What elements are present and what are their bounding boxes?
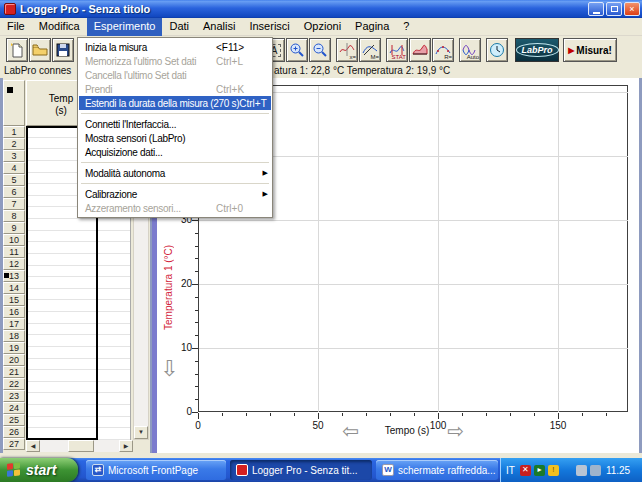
y-axis-tick xyxy=(195,233,198,234)
table-row-number[interactable]: 4 xyxy=(3,162,25,174)
table-row-number[interactable]: 17 xyxy=(3,318,25,330)
table-horizontal-scrollbar[interactable]: ◀ ▶ xyxy=(26,440,133,452)
table-corner-cell[interactable] xyxy=(3,80,25,126)
scrollbar-thumb[interactable] xyxy=(68,440,94,452)
table-row-number[interactable]: 10 xyxy=(3,234,25,246)
menu-item[interactable]: Estendi la durata della misura (270 s)Ct… xyxy=(79,96,271,110)
start-button[interactable]: start xyxy=(0,458,78,482)
menu-esperimento[interactable]: Esperimento xyxy=(87,18,163,36)
scroll-left-button[interactable]: ◀ xyxy=(26,440,40,452)
update-shield-icon[interactable]: ! xyxy=(548,465,559,476)
examine-button[interactable]: x= xyxy=(336,38,358,62)
table-row-number[interactable]: 20 xyxy=(3,354,25,366)
table-row-number[interactable]: 9 xyxy=(3,222,25,234)
task-microsoft-frontpage[interactable]: ⇄ Microsoft FrontPage xyxy=(86,460,226,480)
table-row-number[interactable]: 14 xyxy=(3,282,25,294)
table-row-number[interactable]: 27 xyxy=(3,438,25,450)
menu-item: Memorizza l'ultimo Set datiCtrl+L xyxy=(79,54,271,68)
x-axis-tick xyxy=(414,413,415,416)
labpro-button[interactable]: LabPro xyxy=(515,38,559,62)
menu-item[interactable]: Acquisizione dati... xyxy=(79,145,271,159)
menu-modifica[interactable]: Modifica xyxy=(32,18,87,36)
menu-item[interactable]: Modalità autonoma▶ xyxy=(79,166,271,180)
table-row-number[interactable]: 8 xyxy=(3,210,25,222)
menu-item[interactable]: Calibrazione▶ xyxy=(79,187,271,201)
table-row-number[interactable]: 22 xyxy=(3,378,25,390)
display-color-icon[interactable] xyxy=(562,465,573,476)
new-file-button[interactable] xyxy=(6,38,28,62)
table-row-number[interactable]: 6 xyxy=(3,186,25,198)
window-title: Logger Pro - Senza titolo xyxy=(20,3,586,15)
x-tick-label: 50 xyxy=(303,420,333,431)
table-row-number[interactable]: 1 xyxy=(3,126,25,138)
x-axis-tick xyxy=(198,413,199,419)
new-file-icon xyxy=(9,42,25,58)
menu-analisi[interactable]: Analisi xyxy=(196,18,242,36)
table-row-number[interactable]: 12 xyxy=(3,258,25,270)
data-collection-button[interactable] xyxy=(486,38,508,62)
taskbar-clock[interactable]: 11.25 xyxy=(606,465,630,476)
media-player-icon[interactable]: ▸ xyxy=(534,465,545,476)
menu-opzioni[interactable]: Opzioni xyxy=(297,18,348,36)
submenu-arrow-icon: ▶ xyxy=(260,169,268,177)
zoom-out-button[interactable] xyxy=(309,38,331,62)
selection-border-left xyxy=(26,126,28,440)
table-row-number[interactable]: 26 xyxy=(3,426,25,438)
menu-dati[interactable]: Dati xyxy=(162,18,196,36)
table-row-number[interactable]: 16 xyxy=(3,306,25,318)
curve-fit-button[interactable]: R= xyxy=(432,38,454,62)
close-button[interactable]: × xyxy=(624,2,640,16)
table-row-number[interactable]: 18 xyxy=(3,330,25,342)
menu-item[interactable]: Inizia la misura<F11> xyxy=(79,40,271,54)
y-axis-scroll-down-icon[interactable]: ⇩ xyxy=(160,358,178,380)
minimize-button[interactable] xyxy=(588,2,604,16)
language-indicator[interactable]: IT xyxy=(506,465,515,476)
y-axis-tick xyxy=(195,374,198,375)
menu-inserisci[interactable]: Inserisci xyxy=(242,18,296,36)
table-row-number[interactable]: 5 xyxy=(3,174,25,186)
security-icon[interactable]: ✕ xyxy=(520,465,531,476)
collect-button[interactable]: ▶ Misura! xyxy=(563,38,617,62)
table-row-number[interactable]: 2 xyxy=(3,138,25,150)
table-row-number[interactable]: 23 xyxy=(3,390,25,402)
restore-button[interactable] xyxy=(606,2,622,16)
integral-button[interactable] xyxy=(409,38,431,62)
menu-item[interactable]: Connetti l'Interfaccia... xyxy=(79,117,271,131)
task-schermate-document[interactable]: W schermate raffredda... xyxy=(376,460,498,480)
task-logger-pro[interactable]: Logger Pro - Senza tit... xyxy=(230,460,372,480)
table-row-number[interactable]: 11 xyxy=(3,246,25,258)
menu-pagina[interactable]: Pagina xyxy=(348,18,396,36)
zoom-in-button[interactable] xyxy=(286,38,308,62)
tangent-button[interactable]: M= xyxy=(359,38,381,62)
statistics-button[interactable]: STAT xyxy=(386,38,408,62)
open-file-button[interactable] xyxy=(29,38,51,62)
table-row-number[interactable]: 15 xyxy=(3,294,25,306)
messenger-icon[interactable] xyxy=(576,465,587,476)
table-row-number[interactable]: 25 xyxy=(3,414,25,426)
gridline-horizontal xyxy=(199,348,628,349)
table-row-number[interactable]: 21 xyxy=(3,366,25,378)
open-folder-icon xyxy=(32,42,48,58)
save-file-button[interactable] xyxy=(52,38,74,62)
volume-icon[interactable] xyxy=(590,465,601,476)
y-axis-tick xyxy=(195,335,198,336)
table-row-number[interactable]: 7 xyxy=(3,198,25,210)
table-row-number[interactable]: 24 xyxy=(3,402,25,414)
menu-?[interactable]: ? xyxy=(396,18,416,36)
y-axis-tick xyxy=(195,297,198,298)
x-tick-label: 0 xyxy=(183,420,213,431)
autoscale-button[interactable]: Auto xyxy=(459,38,481,62)
menu-file[interactable]: File xyxy=(0,18,32,36)
menu-item: Azzeramento sensori...Ctrl+0 xyxy=(79,201,271,215)
gridline-vertical xyxy=(438,86,439,412)
x-axis-tick xyxy=(438,413,439,419)
menu-item[interactable]: Mostra sensori (LabPro) xyxy=(79,131,271,145)
scroll-right-button[interactable]: ▶ xyxy=(119,440,133,452)
x-axis-scroll-left-icon[interactable]: ⇦ xyxy=(342,420,359,442)
table-row-number[interactable]: 19 xyxy=(3,342,25,354)
y-axis-tick xyxy=(195,386,198,387)
clock-icon xyxy=(489,42,505,58)
scroll-down-button[interactable]: ▼ xyxy=(134,426,148,439)
table-row-number[interactable]: 3 xyxy=(3,150,25,162)
table-row-number[interactable]: 13 xyxy=(3,270,25,282)
